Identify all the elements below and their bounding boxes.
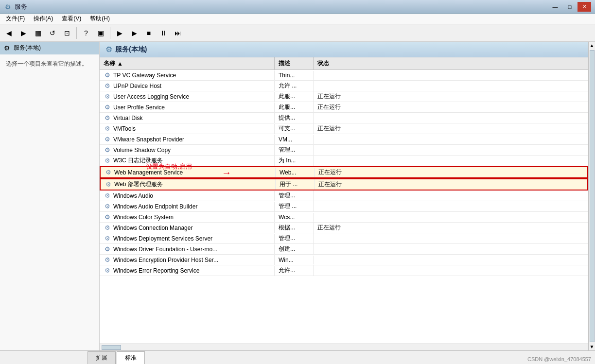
refresh-button[interactable]: ↺ (46, 26, 59, 40)
cell-name-4: ⚙ Virtual Disk (100, 113, 275, 123)
cell-desc-12: 管理 ... (275, 201, 314, 211)
service-name-18: Windows Error Reporting Service (113, 267, 199, 274)
cell-status-12 (314, 206, 352, 208)
service-name-3: User Profile Service (113, 104, 165, 111)
play2-button[interactable]: ▶ (127, 26, 141, 40)
service-name-8: W3C 日志记录服务 (113, 156, 163, 165)
title-bar-buttons: — □ ✕ (548, 2, 591, 12)
service-row[interactable]: ⚙ TP VC Gateway Service Thin... (100, 70, 588, 81)
next-button[interactable]: ⏭ (171, 26, 185, 40)
service-gear-icon-18: ⚙ (104, 267, 111, 275)
service-name-5: VMTools (113, 125, 136, 132)
service-row[interactable]: ⚙ Web Management Service Web... 正在运行 (100, 166, 588, 178)
service-row[interactable]: ⚙ VMware Snapshot Provider VM... (100, 134, 588, 145)
cell-name-14: ⚙ Windows Connection Manager (100, 223, 275, 233)
service-name-9: Web Management Service (114, 169, 183, 176)
column-header-desc[interactable]: 描述 (275, 57, 314, 69)
cell-desc-0: Thin... (275, 71, 314, 80)
cell-desc-5: 可支... (275, 123, 314, 134)
cell-desc-15: 管理... (275, 233, 314, 243)
service-name-12: Windows Audio Endpoint Builder (113, 203, 197, 210)
cell-status-6 (314, 139, 352, 140)
scroll-up[interactable]: ▲ (589, 42, 595, 49)
properties-button[interactable]: ▣ (94, 26, 107, 40)
minimize-button[interactable]: — (548, 2, 562, 12)
close-button[interactable]: ✕ (578, 2, 591, 12)
cell-status-2: 正在运行 (314, 91, 352, 102)
service-name-0: TP VC Gateway Service (113, 72, 176, 79)
service-name-16: Windows Driver Foundation - User-mo... (113, 246, 217, 253)
service-gear-icon-9: ⚙ (105, 169, 112, 176)
cell-name-7: ⚙ Volume Shadow Copy (100, 145, 275, 155)
menu-action[interactable]: 操作(A) (30, 14, 57, 24)
scroll-down[interactable]: ▼ (589, 343, 595, 350)
menu-help[interactable]: 帮助(H) (86, 14, 114, 24)
pause-button[interactable]: ⏸ (157, 26, 170, 40)
service-row[interactable]: ⚙ User Profile Service 此服... 正在运行 (100, 102, 588, 113)
service-row[interactable]: ⚙ Windows Connection Manager 根据... 正在运行 (100, 223, 588, 233)
maximize-button[interactable]: □ (563, 2, 577, 12)
cell-name-5: ⚙ VMTools (100, 124, 275, 134)
stop-button[interactable]: ■ (142, 26, 156, 40)
play-button[interactable]: ▶ (113, 26, 126, 40)
cell-desc-2: 此服... (275, 91, 314, 102)
cell-desc-8: 为 In... (275, 156, 314, 166)
scroll-thumb[interactable] (590, 50, 595, 342)
column-header-status[interactable]: 状态 (314, 57, 352, 69)
help-button[interactable]: ? (79, 26, 93, 40)
sort-icon: ▲ (117, 60, 123, 67)
view-button[interactable]: ▦ (31, 26, 45, 40)
cell-status-5: 正在运行 (314, 123, 352, 134)
service-row[interactable]: ⚙ Windows Deployment Services Server 管理.… (100, 233, 588, 244)
cell-status-4 (314, 117, 352, 119)
services-table[interactable]: 名称 ▲ 描述 状态 ⚙ TP VC Gateway Service Thin.… (100, 57, 588, 344)
cell-status-7 (314, 149, 352, 151)
horizontal-scrollbar[interactable] (100, 344, 588, 350)
service-row[interactable]: ⚙ UPnP Device Host 允许 ... (100, 81, 588, 91)
cell-name-17: ⚙ Windows Encryption Provider Host Ser..… (100, 255, 275, 265)
service-row[interactable]: ⚙ Windows Audio 管理... (100, 191, 588, 201)
service-row[interactable]: ⚙ W3C 日志记录服务 为 In... (100, 156, 588, 166)
column-header-name[interactable]: 名称 ▲ (100, 57, 275, 69)
service-row[interactable]: ⚙ VMTools 可支... 正在运行 (100, 123, 588, 134)
service-row[interactable]: ⚙ Volume Shadow Copy 管理... (100, 145, 588, 156)
cell-name-18: ⚙ Windows Error Reporting Service (100, 266, 275, 276)
service-gear-icon-14: ⚙ (104, 224, 111, 232)
cell-name-3: ⚙ User Profile Service (100, 103, 275, 112)
service-row[interactable]: ⚙ Windows Error Reporting Service 允许... (100, 265, 588, 276)
service-row[interactable]: ⚙ Windows Color System Wcs... (100, 212, 588, 223)
service-row[interactable]: ⚙ Virtual Disk 提供... (100, 113, 588, 123)
menu-file[interactable]: 文件(F) (2, 14, 29, 24)
service-name-10: Web 部署代理服务 (114, 180, 163, 189)
sidebar-item-services[interactable]: ⚙ 服务(本地) (0, 42, 99, 54)
h-scroll-thumb[interactable] (102, 345, 121, 350)
bottom-tabs: 扩展 标准 (0, 350, 595, 364)
cell-name-9: ⚙ Web Management Service (101, 168, 276, 177)
forward-button[interactable]: ▶ (17, 26, 30, 40)
scrollbar[interactable]: ▲ ▼ (588, 42, 595, 350)
service-row[interactable]: ⚙ Windows Audio Endpoint Builder 管理 ... (100, 201, 588, 212)
service-gear-icon-17: ⚙ (104, 256, 111, 264)
service-row[interactable]: ⚙ Windows Encryption Provider Host Ser..… (100, 255, 588, 265)
cell-desc-16: 创建... (275, 244, 314, 254)
cell-desc-9: Web... (276, 168, 315, 177)
cell-desc-6: VM... (275, 135, 314, 144)
back-button[interactable]: ◀ (2, 26, 16, 40)
menu-view[interactable]: 查看(V) (58, 14, 85, 24)
services-header-title: 服务(本地) (115, 45, 147, 54)
cell-name-1: ⚙ UPnP Device Host (100, 81, 275, 91)
toolbar: ◀ ▶ ▦ ↺ ⊡ ? ▣ ▶ ▶ ■ ⏸ ⏭ (0, 24, 595, 42)
cell-name-11: ⚙ Windows Audio (100, 191, 275, 201)
service-row[interactable]: ⚙ User Access Logging Service 此服... 正在运行 (100, 91, 588, 102)
service-gear-icon-2: ⚙ (104, 93, 111, 101)
service-name-17: Windows Encryption Provider Host Ser... (113, 257, 218, 263)
service-row[interactable]: ⚙ Windows Driver Foundation - User-mo...… (100, 244, 588, 255)
cell-status-0 (314, 74, 352, 76)
tab-standard[interactable]: 标准 (117, 351, 145, 364)
tab-expand[interactable]: 扩展 (88, 351, 116, 364)
export-button[interactable]: ⊡ (60, 26, 74, 40)
cell-desc-4: 提供... (275, 113, 314, 123)
service-row[interactable]: ⚙ Web 部署代理服务 用于 ... 正在运行 (100, 178, 588, 191)
service-name-15: Windows Deployment Services Server (113, 235, 212, 242)
cell-name-13: ⚙ Windows Color System (100, 212, 275, 222)
